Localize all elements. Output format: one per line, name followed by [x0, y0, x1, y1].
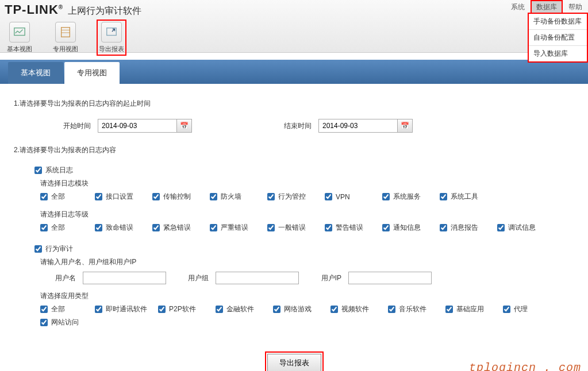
dropdown-auto-backup[interactable]: 自动备份配置 — [529, 30, 587, 46]
brand-logo: TP-LINK® — [5, 2, 63, 17]
audit-input-label: 请输入用户名、用户组和用户IP — [40, 257, 582, 267]
cb-app-basic[interactable] — [445, 306, 453, 313]
cb-level-notice[interactable] — [382, 224, 390, 231]
chart-icon — [9, 22, 30, 42]
app-title: 上网行为审计软件 — [68, 5, 141, 17]
end-time-label: 结束时间 — [192, 121, 318, 131]
tab-basic-view[interactable]: 基本视图 — [8, 62, 63, 84]
toolbar-special-view[interactable]: 专用视图 — [51, 20, 80, 56]
export-report-button[interactable]: 导出报表 — [267, 354, 321, 371]
end-time-picker-button[interactable]: 📅 — [398, 119, 413, 133]
cb-app-music[interactable] — [388, 306, 395, 313]
cb-app-im[interactable] — [95, 306, 102, 313]
syslog-title: 系统日志 — [45, 165, 73, 175]
cb-module-interface[interactable] — [95, 193, 102, 200]
toolbar-basic-view[interactable]: 基本视图 — [5, 20, 34, 56]
ip-label: 用户IP — [306, 273, 341, 283]
start-time-picker-button[interactable]: 📅 — [177, 119, 192, 133]
cb-module-behavior[interactable] — [267, 193, 275, 200]
dropdown-import[interactable]: 导入数据库 — [529, 46, 587, 61]
checkbox-audit[interactable] — [34, 245, 42, 253]
cb-module-vpn[interactable] — [325, 193, 332, 200]
checkbox-syslog[interactable] — [34, 167, 42, 174]
dropdown-manual-backup[interactable]: 手动备份数据库 — [529, 14, 587, 30]
user-label: 用户名 — [40, 273, 76, 283]
cb-app-game[interactable] — [273, 306, 280, 313]
cb-module-tools[interactable] — [440, 193, 447, 200]
cb-level-msg[interactable] — [440, 224, 447, 231]
group-input[interactable] — [216, 272, 299, 284]
cb-level-warning[interactable] — [325, 224, 332, 231]
watermark: tplogincn . com — [469, 361, 581, 371]
cb-app-video[interactable] — [330, 306, 338, 313]
audit-title: 行为审计 — [45, 244, 73, 254]
cb-app-all[interactable] — [40, 306, 48, 313]
level-label: 请选择日志等级 — [40, 210, 582, 219]
export-icon — [101, 22, 122, 42]
cb-level-debug[interactable] — [497, 224, 505, 231]
cb-level-urgent[interactable] — [152, 224, 160, 231]
cb-module-service[interactable] — [382, 193, 390, 200]
menu-system[interactable]: 系统 — [505, 0, 531, 14]
cb-level-general[interactable] — [267, 224, 275, 231]
cb-module-all[interactable] — [40, 193, 48, 200]
user-input[interactable] — [83, 272, 166, 284]
cb-level-severe[interactable] — [210, 224, 217, 231]
cb-app-proxy[interactable] — [503, 306, 510, 313]
step1-label: 1.请选择要导出为报表的日志内容的起止时间 — [14, 99, 582, 109]
cb-level-all[interactable] — [40, 224, 48, 231]
cb-app-web[interactable] — [40, 319, 48, 326]
cb-level-fatal[interactable] — [95, 224, 102, 231]
cb-module-firewall[interactable] — [210, 193, 217, 200]
start-time-input[interactable] — [98, 119, 177, 133]
svg-rect-0 — [14, 28, 25, 36]
tab-special-view[interactable]: 专用视图 — [64, 62, 120, 84]
svg-rect-1 — [62, 28, 70, 37]
start-time-label: 开始时间 — [6, 121, 98, 131]
sheet-icon — [55, 22, 76, 42]
end-time-input[interactable] — [318, 119, 398, 133]
database-dropdown: 手动备份数据库 自动备份配置 导入数据库 — [528, 13, 588, 63]
group-label: 用户组 — [173, 273, 209, 283]
app-type-label: 请选择应用类型 — [40, 291, 582, 301]
step2-label: 2.请选择要导出为报表的日志内容 — [14, 145, 582, 155]
ip-input[interactable] — [348, 272, 432, 284]
cb-module-transfer[interactable] — [152, 193, 160, 200]
cb-app-finance[interactable] — [216, 306, 223, 313]
calendar-icon: 📅 — [180, 122, 189, 130]
module-label: 请选择日志模块 — [40, 179, 582, 188]
cb-app-p2p[interactable] — [158, 306, 166, 313]
calendar-icon: 📅 — [401, 122, 409, 130]
toolbar-export-report[interactable]: 导出报表 — [97, 20, 126, 56]
